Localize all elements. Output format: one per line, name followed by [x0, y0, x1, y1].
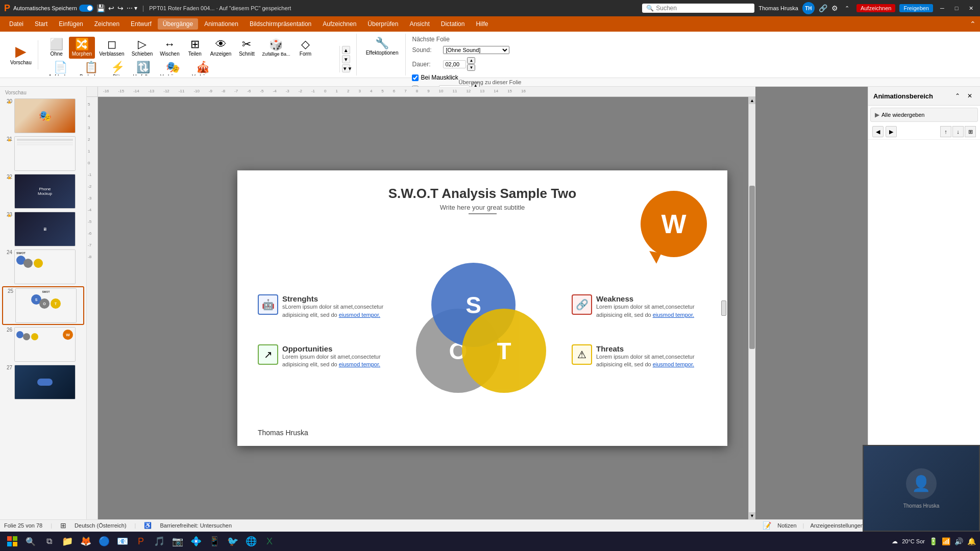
threats-link[interactable]: eiusmod tempor. — [653, 361, 694, 367]
anim-grid-btn[interactable]: ⊞ — [965, 126, 976, 137]
maximize-btn[interactable]: □ — [951, 3, 962, 13]
taskbar-browser[interactable]: 🦊 — [78, 533, 94, 549]
transition-schnitt[interactable]: ✂ Schnitt — [235, 37, 258, 59]
taskbar-chrome[interactable]: 🔵 — [96, 533, 112, 549]
ribbon: ▶ Vorschau ⬜ Ohne 🔀 Morphen ◻ Verblassen — [0, 32, 980, 78]
record-button[interactable]: Aufzeichnen — [856, 4, 896, 12]
strengths-link[interactable]: eiusmod tempor. — [339, 312, 380, 318]
duration-up[interactable]: ▲ — [467, 57, 475, 64]
play-all-btn[interactable]: ▶ Alle wiedergeben — [870, 108, 978, 122]
menu-zeichnen[interactable]: Zeichnen — [89, 18, 125, 30]
menu-uebergaenge[interactable]: Übergänge — [158, 18, 198, 30]
duration-down[interactable]: ▼ — [467, 64, 475, 71]
transition-bedecken[interactable]: 📋 Bedecken — [77, 60, 105, 76]
transition-vorhaenge[interactable]: 🎪 Vorhänge — [189, 60, 217, 76]
taskbar-app5[interactable]: 🎵 — [151, 533, 167, 549]
slide-item-22[interactable]: 22 ★ PhoneMockup — [2, 173, 84, 210]
taskbar-volume[interactable]: 🔊 — [954, 537, 963, 545]
close-btn[interactable]: ✕ — [966, 3, 976, 13]
autosave-switch[interactable] — [79, 5, 93, 12]
slide-item-21[interactable]: 21 ★ — [2, 135, 84, 172]
autosave-toggle[interactable]: Automatisches Speichern — [13, 5, 93, 12]
opportunities-link[interactable]: eiusmod tempor. — [339, 361, 380, 367]
taskbar-app8[interactable]: 📱 — [206, 533, 223, 549]
transition-verhaengen[interactable]: 🎭 Verhängen — [157, 60, 188, 76]
slide-item-26[interactable]: 26 W — [2, 326, 84, 363]
transition-form[interactable]: ◇ Form — [294, 37, 316, 59]
menu-hilfe[interactable]: Hilfe — [471, 18, 493, 30]
sound-select[interactable]: [Ohne Sound] — [443, 46, 509, 54]
menu-entwurf[interactable]: Entwurf — [126, 18, 157, 30]
menu-bildschirm[interactable]: Bildschirmpräsentation — [244, 18, 316, 30]
settings-icon[interactable]: ⚙ — [831, 4, 838, 12]
search-input[interactable] — [656, 5, 748, 12]
ribbon-scroll-down[interactable]: ▼ — [342, 55, 350, 63]
view-settings-label[interactable]: Anzeigeeinstellungen — [810, 522, 864, 529]
toolbar-redo-icon[interactable]: ↪ — [117, 4, 124, 12]
vorschau-btn[interactable]: ▶ Vorschau — [7, 42, 35, 67]
taskview-btn[interactable]: ⧉ — [41, 533, 57, 549]
notes-label[interactable]: Notizen — [777, 522, 796, 529]
taskbar-app10[interactable]: 🌐 — [243, 533, 259, 549]
menu-dictation[interactable]: Dictation — [436, 18, 470, 30]
transition-anzeigen[interactable]: 👁 Anzeigen — [207, 37, 235, 59]
slide-item-27[interactable]: 27 — [2, 364, 84, 400]
menu-start[interactable]: Start — [30, 18, 53, 30]
slide-item-20[interactable]: 20 ★ 🎭 — [2, 97, 84, 134]
taskbar-app6[interactable]: 📷 — [169, 533, 186, 549]
transition-aufdecken[interactable]: 📄 Aufdecken — [45, 60, 76, 76]
ribbon-scroll-more[interactable]: ▼▼ — [342, 64, 350, 72]
share-icon[interactable]: 🔗 — [819, 4, 827, 12]
ribbon-scroll-up[interactable]: ▲ — [342, 46, 350, 54]
transition-teilen[interactable]: ⊞ Teilen — [184, 37, 206, 59]
scroll-thumb-v[interactable] — [749, 186, 755, 349]
anim-sort-up[interactable]: ↑ — [940, 126, 951, 137]
taskbar-explorer[interactable]: 📁 — [59, 533, 76, 549]
anim-close-btn[interactable]: ✕ — [965, 91, 975, 101]
toolbar-save-icon[interactable]: 💾 — [96, 4, 105, 12]
anim-collapse-btn[interactable]: ⌃ — [952, 91, 963, 101]
slide-item-24[interactable]: 24 SWOT — [2, 248, 84, 285]
transition-verblassen[interactable]: ◻ Verblassen — [96, 37, 127, 59]
menu-ansicht[interactable]: Ansicht — [404, 18, 434, 30]
anim-prev-btn[interactable]: ◀ — [872, 126, 884, 137]
toolbar-undo-icon[interactable]: ↩ — [108, 4, 114, 12]
transition-schieben[interactable]: ▷ Schieben — [129, 37, 156, 59]
slide-item-23[interactable]: 23 ★ 🖥 — [2, 211, 84, 247]
slide-scroll-handle[interactable] — [721, 300, 726, 316]
menu-animationen[interactable]: Animationen — [199, 18, 243, 30]
transition-morphen[interactable]: 🔀 Morphen — [69, 37, 95, 59]
taskbar-outlook[interactable]: 📧 — [114, 533, 131, 549]
duration-field[interactable] — [443, 60, 466, 68]
search-taskbar-btn[interactable]: 🔍 — [22, 533, 39, 549]
toolbar-more-icon[interactable]: ⋯ ▾ — [127, 5, 137, 12]
minimize-btn[interactable]: ─ — [937, 3, 947, 13]
scroll-up-btn[interactable]: ▲ — [749, 97, 755, 104]
menu-einfuegen[interactable]: Einfügen — [54, 18, 88, 30]
collapse-ribbon-icon[interactable]: ⌃ — [970, 20, 976, 28]
transition-zufaellige[interactable]: 🎲 Zufällige Ba... — [259, 37, 293, 59]
slide-item-25[interactable]: 25 SWOT S O T — [2, 286, 84, 325]
taskbar-app7[interactable]: 💠 — [188, 533, 204, 549]
taskbar-powerpoint[interactable]: P — [133, 533, 149, 549]
anim-next-btn[interactable]: ▶ — [886, 126, 897, 137]
taskbar-app9[interactable]: 🐦 — [225, 533, 241, 549]
notes-icon[interactable]: 📝 — [763, 521, 771, 530]
menu-ueberpruefen[interactable]: Überprüfen — [362, 18, 403, 30]
transition-umfallen[interactable]: 🔃 Umfallen — [130, 60, 156, 76]
effektoptionen-btn[interactable]: 🔧 Effektoptionen — [363, 36, 402, 58]
share-button[interactable]: Freigeben — [899, 4, 933, 12]
scroll-down-btn[interactable]: ▼ — [749, 512, 755, 519]
weakness-link[interactable]: eiusmod tempor. — [653, 312, 694, 318]
ribbon-toggle-btn[interactable]: ⌃ — [842, 3, 852, 13]
transition-wischen[interactable]: ↔ Wischen — [157, 37, 182, 59]
anim-sort-down[interactable]: ↓ — [952, 126, 964, 137]
transition-ohne[interactable]: ⬜ Ohne — [45, 37, 68, 59]
notification-btn[interactable]: 🔔 — [967, 537, 976, 545]
start-button[interactable] — [4, 533, 20, 549]
transition-blitz[interactable]: ⚡ Blitz — [106, 60, 129, 76]
on-click-checkbox[interactable] — [412, 74, 419, 81]
taskbar-excel[interactable]: X — [261, 533, 278, 549]
menu-aufzeichnen[interactable]: Aufzeichnen — [317, 18, 361, 30]
menu-datei[interactable]: Datei — [4, 18, 29, 30]
